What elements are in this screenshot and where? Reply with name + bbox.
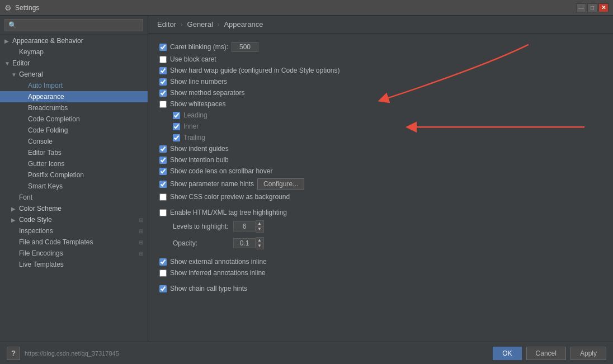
inner-checkbox[interactable] bbox=[173, 123, 180, 130]
sidebar-item-label-console: Console bbox=[28, 138, 53, 145]
show-chain-call-label: Show chain call type hints bbox=[170, 285, 247, 292]
sidebar-item-smart-keys[interactable]: Smart Keys bbox=[0, 181, 148, 192]
show-chain-call-row: Show chain call type hints bbox=[159, 283, 602, 294]
enable-html-xml-checkbox[interactable] bbox=[159, 209, 167, 216]
breadcrumb-appearance: Appearance bbox=[224, 20, 263, 29]
show-inferred-annotations-row: Show inferred annotations inline bbox=[159, 267, 602, 278]
sidebar-item-general[interactable]: ▼General bbox=[0, 69, 148, 80]
show-chain-call-checkbox[interactable] bbox=[159, 285, 167, 292]
opacity-up-button[interactable]: ▲ bbox=[256, 238, 263, 243]
show-intention-bulb-label: Show intention bulb bbox=[170, 156, 229, 164]
sidebar-item-file-code-templates[interactable]: File and Code Templates⊞ bbox=[0, 237, 148, 248]
sidebar-item-postfix-completion[interactable]: Postfix Completion bbox=[0, 169, 148, 181]
show-method-separators-row: Show method separators bbox=[159, 87, 602, 98]
settings-icon: ⚙ bbox=[4, 3, 12, 12]
sidebar-item-label-font: Font bbox=[19, 193, 32, 201]
sidebar-item-color-scheme[interactable]: ▶Color Scheme bbox=[0, 203, 148, 214]
sidebar-item-label-file-encodings: File Encodings bbox=[19, 249, 63, 257]
opacity-row: Opacity: ▲ ▼ bbox=[159, 235, 602, 252]
trailing-label: Trailing bbox=[183, 134, 205, 141]
sidebar-item-editor-tabs[interactable]: Editor Tabs bbox=[0, 147, 148, 158]
minimize-button[interactable]: — bbox=[576, 3, 586, 12]
close-button[interactable]: ✕ bbox=[598, 3, 609, 12]
show-hard-wrap-row: Show hard wrap guide (configured in Code… bbox=[159, 65, 602, 76]
tree-arrow-editor: ▼ bbox=[4, 60, 10, 67]
trailing-row: Trailing bbox=[159, 132, 602, 143]
sidebar-item-code-folding[interactable]: Code Folding bbox=[0, 125, 148, 136]
show-external-annotations-label: Show external annotations inline bbox=[170, 258, 267, 266]
levels-input[interactable] bbox=[233, 221, 256, 231]
sidebar-item-appearance-behavior[interactable]: ▶Appearance & Behavior bbox=[0, 35, 148, 46]
titlebar-buttons: — □ ✕ bbox=[576, 3, 609, 12]
maximize-button[interactable]: □ bbox=[587, 3, 597, 12]
sidebar-item-auto-import[interactable]: Auto Import bbox=[0, 80, 148, 91]
show-whitespaces-checkbox[interactable] bbox=[159, 101, 167, 108]
sidebar: ▶Appearance & BehaviorKeymap▼Editor▼Gene… bbox=[0, 16, 148, 342]
leading-checkbox[interactable] bbox=[173, 112, 180, 119]
sidebar-item-font[interactable]: Font bbox=[0, 192, 148, 203]
enable-html-xml-label: Enable HTML/XML tag tree highlighting bbox=[170, 209, 287, 216]
breadcrumb-general: General bbox=[187, 20, 213, 29]
levels-up-button[interactable]: ▲ bbox=[256, 221, 263, 226]
sidebar-item-gutter-icons[interactable]: Gutter Icons bbox=[0, 158, 148, 169]
show-line-numbers-checkbox[interactable] bbox=[159, 78, 167, 86]
show-method-separators-checkbox[interactable] bbox=[159, 89, 167, 97]
caret-blinking-checkbox[interactable] bbox=[159, 44, 167, 51]
show-line-numbers-row: Show line numbers bbox=[159, 76, 602, 87]
show-external-annotations-row: Show external annotations inline bbox=[159, 256, 602, 267]
sidebar-item-label-editor: Editor bbox=[12, 59, 30, 67]
levels-spinner: ▲ ▼ bbox=[233, 220, 264, 233]
show-whitespaces-row: Show whitespaces bbox=[159, 98, 602, 110]
show-method-separators-label: Show method separators bbox=[170, 89, 244, 97]
show-inferred-annotations-label: Show inferred annotations inline bbox=[170, 269, 266, 277]
sidebar-item-label-gutter-icons: Gutter Icons bbox=[28, 160, 64, 168]
ok-button[interactable]: OK bbox=[493, 347, 521, 360]
show-param-hints-checkbox[interactable] bbox=[159, 181, 167, 188]
opacity-down-button[interactable]: ▼ bbox=[256, 243, 263, 249]
apply-button[interactable]: Apply bbox=[570, 347, 606, 360]
show-inferred-annotations-checkbox[interactable] bbox=[159, 270, 167, 277]
titlebar: ⚙ Settings — □ ✕ bbox=[0, 0, 613, 16]
sidebar-item-code-completion[interactable]: Code Completion bbox=[0, 114, 148, 125]
inner-label: Inner bbox=[183, 122, 199, 130]
use-block-caret-checkbox[interactable] bbox=[159, 56, 167, 63]
sidebar-item-console[interactable]: Console bbox=[0, 136, 148, 147]
copy-icon-inspections: ⊞ bbox=[139, 228, 143, 234]
sidebar-item-label-keymap: Keymap bbox=[19, 48, 44, 56]
show-indent-guides-checkbox[interactable] bbox=[159, 145, 167, 153]
sidebar-item-label-appearance: Appearance bbox=[28, 93, 64, 101]
show-code-lens-checkbox[interactable] bbox=[159, 168, 167, 175]
show-external-annotations-checkbox[interactable] bbox=[159, 258, 167, 266]
sidebar-item-appearance[interactable]: Appearance bbox=[0, 91, 148, 102]
sidebar-item-code-style[interactable]: ▶Code Style⊞ bbox=[0, 214, 148, 225]
sidebar-item-inspections[interactable]: Inspections⊞ bbox=[0, 225, 148, 237]
cancel-button[interactable]: Cancel bbox=[526, 347, 566, 360]
sidebar-item-editor[interactable]: ▼Editor bbox=[0, 58, 148, 69]
show-css-color-label: Show CSS color preview as background bbox=[170, 193, 290, 201]
sidebar-item-keymap[interactable]: Keymap bbox=[0, 46, 148, 58]
show-code-lens-label: Show code lens on scrollbar hover bbox=[170, 167, 272, 175]
sidebar-item-live-templates[interactable]: Live Templates bbox=[0, 259, 148, 270]
inner-row: Inner bbox=[159, 121, 602, 132]
caret-blinking-input[interactable] bbox=[232, 42, 258, 52]
opacity-label: Opacity: bbox=[173, 239, 229, 247]
show-hard-wrap-checkbox[interactable] bbox=[159, 67, 167, 74]
breadcrumb: Editor › General › Appearance bbox=[148, 16, 613, 34]
levels-down-button[interactable]: ▼ bbox=[256, 226, 263, 232]
show-css-color-checkbox[interactable] bbox=[159, 193, 167, 201]
show-intention-bulb-row: Show intention bulb bbox=[159, 154, 602, 166]
opacity-input[interactable] bbox=[233, 238, 256, 248]
show-hard-wrap-label: Show hard wrap guide (configured in Code… bbox=[170, 67, 340, 74]
sidebar-item-breadcrumbs[interactable]: Breadcrumbs bbox=[0, 102, 148, 114]
sidebar-item-file-encodings[interactable]: File Encodings⊞ bbox=[0, 248, 148, 259]
help-button[interactable]: ? bbox=[7, 347, 20, 360]
sidebar-item-label-editor-tabs: Editor Tabs bbox=[28, 149, 62, 157]
sidebar-item-label-auto-import: Auto Import bbox=[28, 82, 63, 89]
sidebar-item-label-code-style: Code Style bbox=[19, 216, 52, 224]
use-block-caret-label: Use block caret bbox=[170, 55, 216, 63]
search-input[interactable] bbox=[4, 19, 143, 31]
trailing-checkbox[interactable] bbox=[173, 134, 180, 141]
show-intention-bulb-checkbox[interactable] bbox=[159, 157, 167, 164]
sidebar-item-label-live-templates: Live Templates bbox=[19, 261, 64, 268]
configure-button[interactable]: Configure... bbox=[257, 178, 304, 190]
